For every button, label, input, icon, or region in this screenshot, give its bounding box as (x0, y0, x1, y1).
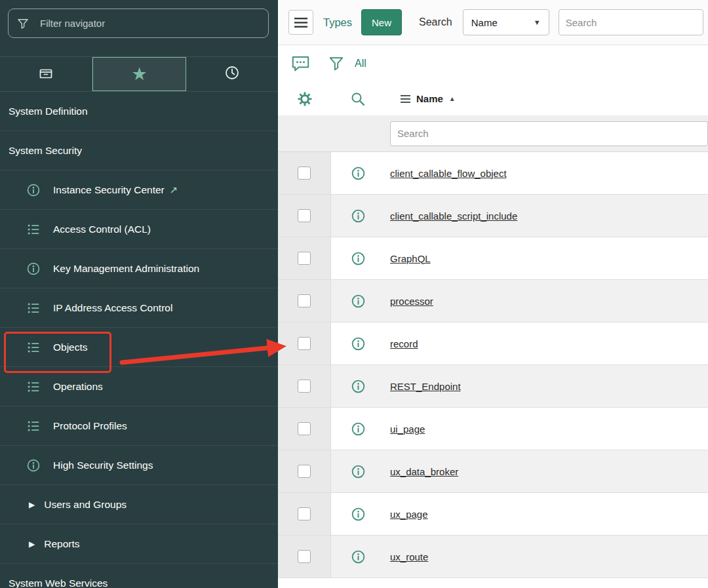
row-checkbox[interactable] (298, 167, 311, 180)
info-icon[interactable] (351, 379, 366, 394)
column-title: Name (416, 93, 443, 104)
nav-section-label: System Security (9, 145, 82, 157)
hamburger-icon (294, 18, 307, 28)
record-link[interactable]: processor (385, 296, 433, 307)
column-search-row (278, 115, 708, 152)
list-bullets-icon (26, 301, 42, 315)
table-row: ux_page (278, 493, 708, 536)
info-icon[interactable] (351, 507, 366, 522)
list-bullets-icon (26, 222, 42, 237)
info-circle-icon (26, 183, 42, 197)
external-link-icon: ↗ (170, 184, 178, 196)
record-link[interactable]: client_callable_flow_object (385, 168, 507, 179)
row-checkbox[interactable] (298, 507, 311, 520)
info-icon[interactable] (351, 208, 366, 224)
tab-all-applications[interactable] (0, 57, 92, 91)
column-header-name[interactable]: Name ▲ (385, 93, 708, 104)
nav-section-system-definition[interactable]: System Definition (0, 92, 278, 131)
list-search-input[interactable] (559, 9, 703, 35)
nav-group-reports[interactable]: ▶ Reports (0, 524, 278, 564)
list-bullets-icon (26, 419, 42, 433)
search-label: Search (419, 16, 452, 28)
nav-item-access-control-acl[interactable]: Access Control (ACL) (0, 210, 278, 249)
table-row: ux_data_broker (278, 450, 708, 493)
nav-item-key-management-administration[interactable]: Key Management Administration (0, 249, 278, 288)
clock-icon (224, 65, 240, 83)
navigator-menu: System Definition System Security Instan… (0, 92, 278, 588)
list-bullets-icon (26, 380, 42, 394)
nav-item-instance-security-center[interactable]: Instance Security Center ↗ (0, 170, 278, 210)
table-row: ui_page (278, 408, 708, 450)
chevron-right-icon: ▶ (29, 540, 35, 548)
nav-item-objects[interactable]: Objects (0, 328, 278, 367)
nav-item-label: Instance Security Center (53, 184, 165, 196)
filter-navigator (0, 0, 278, 38)
record-link[interactable]: ux_route (385, 551, 428, 562)
record-link[interactable]: GraphQL (385, 253, 431, 264)
search-field-value: Name (471, 17, 498, 28)
row-checkbox[interactable] (298, 337, 311, 350)
magnifier-icon (350, 91, 366, 107)
info-icon[interactable] (351, 464, 366, 479)
info-icon[interactable] (351, 166, 366, 181)
list-title: Types (323, 16, 352, 29)
column-menu-icon (401, 95, 410, 103)
info-icon[interactable] (351, 251, 366, 266)
navigator-tabs: ★ (0, 56, 278, 92)
nav-item-label: Reports (44, 538, 79, 550)
filter-funnel-icon (16, 17, 32, 30)
tab-history[interactable] (186, 57, 278, 91)
breadcrumb-row: All (278, 45, 708, 82)
list-pane: Types New Search Name ▼ All (278, 0, 708, 588)
breadcrumb-all[interactable]: All (355, 58, 366, 69)
record-link[interactable]: client_callable_script_include (385, 210, 517, 222)
activity-stream-button[interactable] (291, 55, 310, 73)
list-context-menu-button[interactable] (288, 10, 313, 35)
list-header-row: Name ▲ (278, 82, 708, 115)
info-icon[interactable] (351, 294, 366, 309)
info-icon[interactable] (351, 336, 366, 351)
new-button[interactable]: New (361, 9, 402, 35)
nav-item-label: High Security Settings (53, 460, 153, 471)
tab-favorites[interactable]: ★ (92, 57, 186, 91)
row-checkbox[interactable] (298, 209, 311, 222)
personalize-list-button[interactable] (297, 91, 313, 107)
record-link[interactable]: ux_page (385, 509, 428, 520)
sort-ascending-icon: ▲ (449, 95, 456, 102)
info-icon[interactable] (351, 421, 366, 437)
nav-item-label: Key Management Administration (53, 263, 199, 275)
info-circle-icon (26, 262, 42, 276)
record-link[interactable]: ui_page (385, 423, 425, 435)
row-checkbox[interactable] (298, 252, 311, 265)
nav-item-operations[interactable]: Operations (0, 367, 278, 406)
filter-navigator-input[interactable] (39, 17, 260, 29)
row-checkbox[interactable] (298, 294, 311, 307)
table-row: REST_Endpoint (278, 365, 708, 408)
row-checkbox[interactable] (298, 422, 311, 435)
nav-group-users-and-groups[interactable]: ▶ Users and Groups (0, 485, 278, 524)
record-link[interactable]: ux_data_broker (385, 466, 458, 477)
row-checkbox[interactable] (298, 465, 311, 478)
table-row: processor (278, 280, 708, 323)
filter-navigator-box[interactable] (8, 9, 269, 38)
info-circle-icon (26, 458, 42, 473)
nav-item-label: Protocol Profiles (53, 420, 127, 432)
speech-bubble-icon (291, 55, 310, 73)
record-link[interactable]: record (385, 338, 418, 349)
chevron-right-icon: ▶ (29, 501, 35, 509)
show-filter-button[interactable] (328, 55, 345, 72)
name-column-search-input[interactable] (390, 121, 708, 146)
search-field-select[interactable]: Name ▼ (463, 9, 549, 35)
gear-icon (297, 91, 313, 107)
nav-item-protocol-profiles[interactable]: Protocol Profiles (0, 406, 278, 446)
caret-down-icon: ▼ (534, 18, 541, 26)
nav-section-system-web-services[interactable]: System Web Services (0, 564, 278, 588)
record-link[interactable]: REST_Endpoint (385, 381, 461, 392)
nav-item-ip-address-access-control[interactable]: IP Address Access Control (0, 288, 278, 328)
row-checkbox[interactable] (298, 550, 311, 563)
column-search-toggle-button[interactable] (350, 91, 366, 107)
row-checkbox[interactable] (298, 380, 311, 393)
nav-section-system-security[interactable]: System Security (0, 131, 278, 170)
info-icon[interactable] (351, 549, 366, 564)
nav-item-high-security-settings[interactable]: High Security Settings (0, 446, 278, 485)
